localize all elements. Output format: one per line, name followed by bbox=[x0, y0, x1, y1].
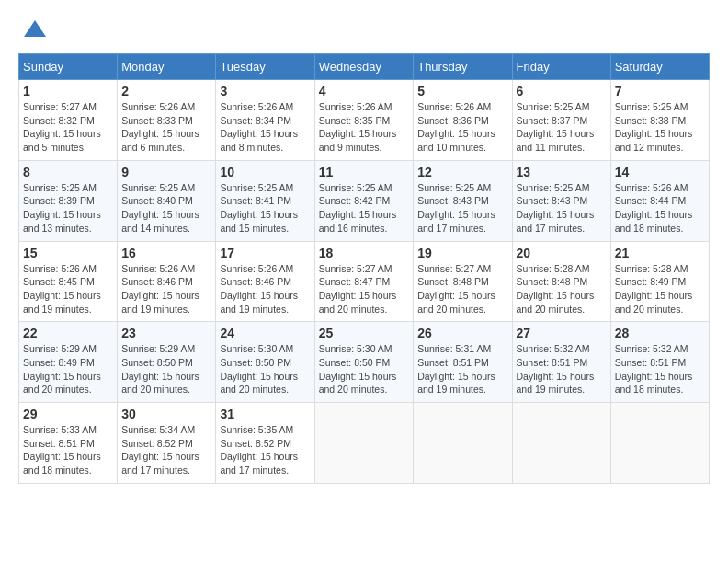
calendar-week-row: 15 Sunrise: 5:26 AMSunset: 8:45 PMDaylig… bbox=[19, 241, 710, 322]
day-number: 15 bbox=[23, 246, 113, 260]
day-info: Sunrise: 5:25 AMSunset: 8:39 PMDaylight:… bbox=[23, 181, 113, 236]
day-number: 22 bbox=[23, 326, 113, 340]
calendar-cell: 10 Sunrise: 5:25 AMSunset: 8:41 PMDaylig… bbox=[216, 160, 314, 241]
day-info: Sunrise: 5:28 AMSunset: 8:48 PMDaylight:… bbox=[517, 262, 607, 316]
day-info: Sunrise: 5:30 AMSunset: 8:50 PMDaylight:… bbox=[220, 342, 310, 396]
calendar-cell bbox=[512, 403, 610, 484]
weekday-header: Saturday bbox=[610, 54, 709, 80]
day-number: 9 bbox=[121, 165, 211, 179]
day-number: 8 bbox=[23, 165, 113, 179]
calendar-cell: 29 Sunrise: 5:33 AMSunset: 8:51 PMDaylig… bbox=[19, 403, 118, 484]
day-number: 24 bbox=[220, 326, 310, 340]
weekday-header: Wednesday bbox=[314, 54, 414, 80]
calendar-cell: 18 Sunrise: 5:27 AMSunset: 8:47 PMDaylig… bbox=[314, 241, 414, 322]
calendar-cell: 12 Sunrise: 5:25 AMSunset: 8:43 PMDaylig… bbox=[414, 160, 512, 241]
calendar-cell: 27 Sunrise: 5:32 AMSunset: 8:51 PMDaylig… bbox=[512, 322, 610, 403]
calendar-cell: 2 Sunrise: 5:26 AMSunset: 8:33 PMDayligh… bbox=[118, 80, 216, 161]
weekday-header: Friday bbox=[512, 54, 610, 80]
day-number: 1 bbox=[23, 84, 113, 98]
calendar-cell: 28 Sunrise: 5:32 AMSunset: 8:51 PMDaylig… bbox=[610, 322, 709, 403]
logo-icon bbox=[22, 18, 48, 44]
day-number: 23 bbox=[121, 326, 211, 340]
day-number: 11 bbox=[319, 165, 410, 179]
calendar-cell: 19 Sunrise: 5:27 AMSunset: 8:48 PMDaylig… bbox=[414, 241, 512, 322]
day-number: 28 bbox=[615, 326, 705, 340]
calendar-week-row: 1 Sunrise: 5:27 AMSunset: 8:32 PMDayligh… bbox=[19, 80, 710, 161]
day-info: Sunrise: 5:26 AMSunset: 8:44 PMDaylight:… bbox=[615, 181, 705, 236]
calendar-cell bbox=[610, 403, 709, 484]
day-info: Sunrise: 5:25 AMSunset: 8:40 PMDaylight:… bbox=[121, 181, 211, 236]
calendar-week-row: 22 Sunrise: 5:29 AMSunset: 8:49 PMDaylig… bbox=[19, 322, 710, 403]
calendar-cell: 31 Sunrise: 5:35 AMSunset: 8:52 PMDaylig… bbox=[216, 403, 314, 484]
day-number: 13 bbox=[517, 165, 607, 179]
day-number: 21 bbox=[615, 246, 705, 260]
calendar-cell: 13 Sunrise: 5:25 AMSunset: 8:43 PMDaylig… bbox=[512, 160, 610, 241]
calendar-cell: 22 Sunrise: 5:29 AMSunset: 8:49 PMDaylig… bbox=[19, 322, 118, 403]
calendar-week-row: 8 Sunrise: 5:25 AMSunset: 8:39 PMDayligh… bbox=[19, 160, 710, 241]
calendar-cell: 9 Sunrise: 5:25 AMSunset: 8:40 PMDayligh… bbox=[118, 160, 216, 241]
day-info: Sunrise: 5:32 AMSunset: 8:51 PMDaylight:… bbox=[517, 342, 607, 396]
day-number: 27 bbox=[517, 326, 607, 340]
day-number: 14 bbox=[615, 165, 705, 179]
day-info: Sunrise: 5:27 AMSunset: 8:32 PMDaylight:… bbox=[23, 100, 113, 155]
day-number: 26 bbox=[417, 326, 507, 340]
day-info: Sunrise: 5:26 AMSunset: 8:45 PMDaylight:… bbox=[23, 262, 113, 316]
day-number: 4 bbox=[319, 84, 410, 98]
calendar-cell: 15 Sunrise: 5:26 AMSunset: 8:45 PMDaylig… bbox=[19, 241, 118, 322]
calendar-cell: 21 Sunrise: 5:28 AMSunset: 8:49 PMDaylig… bbox=[610, 241, 709, 322]
day-info: Sunrise: 5:29 AMSunset: 8:49 PMDaylight:… bbox=[23, 342, 113, 396]
day-info: Sunrise: 5:27 AMSunset: 8:48 PMDaylight:… bbox=[417, 262, 507, 316]
day-info: Sunrise: 5:28 AMSunset: 8:49 PMDaylight:… bbox=[615, 262, 705, 316]
weekday-header: Thursday bbox=[414, 54, 512, 80]
day-number: 25 bbox=[319, 326, 410, 340]
day-info: Sunrise: 5:25 AMSunset: 8:37 PMDaylight:… bbox=[517, 100, 607, 155]
day-number: 5 bbox=[417, 84, 507, 98]
weekday-header: Sunday bbox=[19, 54, 118, 80]
calendar-cell: 26 Sunrise: 5:31 AMSunset: 8:51 PMDaylig… bbox=[414, 322, 512, 403]
day-info: Sunrise: 5:35 AMSunset: 8:52 PMDaylight:… bbox=[220, 423, 310, 477]
day-number: 17 bbox=[220, 246, 310, 260]
calendar-cell: 7 Sunrise: 5:25 AMSunset: 8:38 PMDayligh… bbox=[610, 80, 709, 161]
calendar-cell bbox=[414, 403, 512, 484]
day-number: 18 bbox=[319, 246, 410, 260]
day-number: 10 bbox=[220, 165, 310, 179]
calendar-cell: 6 Sunrise: 5:25 AMSunset: 8:37 PMDayligh… bbox=[512, 80, 610, 161]
calendar-cell: 3 Sunrise: 5:26 AMSunset: 8:34 PMDayligh… bbox=[216, 80, 314, 161]
calendar-cell: 16 Sunrise: 5:26 AMSunset: 8:46 PMDaylig… bbox=[118, 241, 216, 322]
day-number: 6 bbox=[517, 84, 607, 98]
day-info: Sunrise: 5:25 AMSunset: 8:43 PMDaylight:… bbox=[417, 181, 507, 236]
day-number: 20 bbox=[517, 246, 607, 260]
day-number: 16 bbox=[121, 246, 211, 260]
day-number: 2 bbox=[121, 84, 211, 98]
day-info: Sunrise: 5:25 AMSunset: 8:43 PMDaylight:… bbox=[517, 181, 607, 236]
calendar-table: SundayMondayTuesdayWednesdayThursdayFrid… bbox=[18, 53, 710, 484]
day-number: 12 bbox=[417, 165, 507, 179]
calendar-cell: 11 Sunrise: 5:25 AMSunset: 8:42 PMDaylig… bbox=[314, 160, 414, 241]
day-info: Sunrise: 5:26 AMSunset: 8:36 PMDaylight:… bbox=[417, 100, 507, 155]
day-info: Sunrise: 5:26 AMSunset: 8:33 PMDaylight:… bbox=[121, 100, 211, 155]
day-number: 19 bbox=[417, 246, 507, 260]
page-header bbox=[18, 18, 710, 44]
day-info: Sunrise: 5:27 AMSunset: 8:47 PMDaylight:… bbox=[319, 262, 410, 316]
weekday-header-row: SundayMondayTuesdayWednesdayThursdayFrid… bbox=[19, 54, 710, 80]
calendar-cell: 5 Sunrise: 5:26 AMSunset: 8:36 PMDayligh… bbox=[414, 80, 512, 161]
calendar-cell bbox=[314, 403, 414, 484]
day-info: Sunrise: 5:25 AMSunset: 8:38 PMDaylight:… bbox=[615, 100, 705, 155]
day-number: 7 bbox=[615, 84, 705, 98]
day-info: Sunrise: 5:31 AMSunset: 8:51 PMDaylight:… bbox=[417, 342, 507, 396]
calendar-cell: 14 Sunrise: 5:26 AMSunset: 8:44 PMDaylig… bbox=[610, 160, 709, 241]
calendar-cell: 24 Sunrise: 5:30 AMSunset: 8:50 PMDaylig… bbox=[216, 322, 314, 403]
day-info: Sunrise: 5:32 AMSunset: 8:51 PMDaylight:… bbox=[615, 342, 705, 396]
day-number: 30 bbox=[121, 407, 211, 421]
day-info: Sunrise: 5:30 AMSunset: 8:50 PMDaylight:… bbox=[319, 342, 410, 396]
day-info: Sunrise: 5:26 AMSunset: 8:34 PMDaylight:… bbox=[220, 100, 310, 155]
day-info: Sunrise: 5:25 AMSunset: 8:42 PMDaylight:… bbox=[319, 181, 410, 236]
day-info: Sunrise: 5:33 AMSunset: 8:51 PMDaylight:… bbox=[23, 423, 113, 477]
calendar-cell: 25 Sunrise: 5:30 AMSunset: 8:50 PMDaylig… bbox=[314, 322, 414, 403]
day-info: Sunrise: 5:29 AMSunset: 8:50 PMDaylight:… bbox=[121, 342, 211, 396]
calendar-cell: 23 Sunrise: 5:29 AMSunset: 8:50 PMDaylig… bbox=[118, 322, 216, 403]
calendar-cell: 8 Sunrise: 5:25 AMSunset: 8:39 PMDayligh… bbox=[19, 160, 118, 241]
day-number: 31 bbox=[220, 407, 310, 421]
svg-marker-0 bbox=[24, 20, 46, 37]
day-info: Sunrise: 5:26 AMSunset: 8:46 PMDaylight:… bbox=[121, 262, 211, 316]
